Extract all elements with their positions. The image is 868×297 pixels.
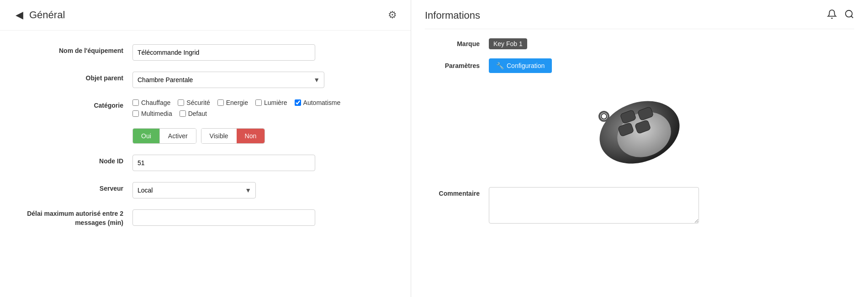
activation-row: Oui Activer Visible Non	[18, 128, 392, 144]
checkbox-automatisme[interactable]: Automatisme	[295, 99, 341, 106]
checkbox-multimedia[interactable]: Multimedia	[132, 110, 172, 117]
commentaire-label: Commentaire	[425, 187, 489, 197]
configuration-button[interactable]: 🔧 Configuration	[489, 58, 552, 73]
categories-wrap: Chauffage Sécurité Energie	[132, 99, 392, 117]
non-button[interactable]: Non	[237, 129, 265, 143]
checkbox-automatisme-label: Automatisme	[303, 99, 341, 106]
checkbox-energie-label: Energie	[226, 99, 248, 106]
right-header: Informations	[425, 9, 854, 29]
serveur-row: Serveur Local Distant ▼	[18, 182, 392, 198]
gear-icon[interactable]: ⚙	[388, 9, 397, 21]
visible-non-group: Visible Non	[201, 128, 265, 144]
checkbox-automatisme-input[interactable]	[295, 99, 301, 106]
nom-input[interactable]	[132, 44, 315, 61]
checkbox-multimedia-input[interactable]	[132, 110, 139, 117]
keyfob-image	[580, 87, 699, 173]
checkbox-chauffage[interactable]: Chauffage	[132, 99, 170, 106]
config-wrench-icon: 🔧	[496, 62, 504, 69]
categorie-label: Catégorie	[18, 99, 132, 109]
categorie-control: Chauffage Sécurité Energie	[132, 99, 392, 117]
checkbox-chauffage-label: Chauffage	[141, 99, 170, 106]
left-header: ◀ Général ⚙	[0, 9, 411, 31]
config-btn-label: Configuration	[507, 62, 545, 69]
categories-row-2: Multimedia Defaut	[132, 110, 392, 117]
checkbox-chauffage-input[interactable]	[132, 99, 139, 106]
form-body: Nom de l'équipement Objet parent Chambre…	[0, 31, 411, 252]
svg-point-9	[601, 114, 607, 119]
checkbox-defaut[interactable]: Defaut	[180, 110, 207, 117]
activer-button[interactable]: Activer	[159, 129, 196, 143]
checkbox-defaut-input[interactable]	[180, 110, 186, 117]
categories-row-1: Chauffage Sécurité Energie	[132, 99, 392, 106]
informations-title: Informations	[425, 10, 480, 21]
visible-button[interactable]: Visible	[201, 129, 237, 143]
delai-control	[132, 209, 392, 226]
serveur-select[interactable]: Local Distant	[132, 182, 256, 198]
checkbox-lumiere[interactable]: Lumière	[255, 99, 287, 106]
marque-badge: Key Fob 1	[489, 38, 527, 49]
node-id-row: Node ID	[18, 155, 392, 171]
objet-select-wrap: Chambre Parentale Salon Cuisine Chambre …	[132, 72, 324, 88]
nom-control	[132, 44, 392, 61]
delai-label-line1: Délai maximum autorisé entre 2	[27, 210, 123, 217]
page-title: ◀ Général	[14, 9, 65, 21]
marque-label: Marque	[425, 40, 489, 47]
svg-line-1	[851, 16, 853, 18]
serveur-label: Serveur	[18, 182, 132, 192]
parametres-label: Paramètres	[425, 62, 489, 69]
node-id-input[interactable]	[132, 155, 315, 171]
delai-input[interactable]	[132, 209, 315, 226]
left-panel: ◀ Général ⚙ Nom de l'équipement Objet pa…	[0, 0, 411, 297]
oui-activer-group: Oui Activer	[132, 128, 196, 144]
oui-button[interactable]: Oui	[133, 129, 159, 143]
buttons-wrap: Oui Activer Visible Non	[132, 128, 392, 144]
back-icon[interactable]: ◀	[14, 10, 25, 21]
delai-row: Délai maximum autorisé entre 2 messages …	[18, 209, 392, 227]
activation-control: Oui Activer Visible Non	[132, 128, 392, 144]
svg-point-0	[846, 10, 852, 17]
objet-control: Chambre Parentale Salon Cuisine Chambre …	[132, 72, 392, 88]
objet-label: Objet parent	[18, 72, 132, 82]
parametres-row: Paramètres 🔧 Configuration	[425, 58, 854, 73]
objet-row: Objet parent Chambre Parentale Salon Cui…	[18, 72, 392, 88]
serveur-control: Local Distant ▼	[132, 182, 392, 198]
activation-label	[18, 128, 132, 131]
checkbox-multimedia-label: Multimedia	[141, 110, 172, 117]
general-title: Général	[29, 9, 65, 21]
nom-row: Nom de l'équipement	[18, 44, 392, 61]
nom-label: Nom de l'équipement	[18, 44, 132, 54]
search-icon[interactable]	[844, 9, 854, 21]
marque-row: Marque Key Fob 1	[425, 38, 854, 49]
checkbox-defaut-label: Defaut	[188, 110, 207, 117]
categorie-row: Catégorie Chauffage Sécurité	[18, 99, 392, 117]
checkbox-lumiere-label: Lumière	[264, 99, 287, 106]
delai-label: Délai maximum autorisé entre 2 messages …	[18, 209, 132, 227]
node-id-label: Node ID	[18, 155, 132, 165]
delai-label-line2: messages (min)	[75, 219, 123, 226]
objet-select[interactable]: Chambre Parentale Salon Cuisine Chambre	[132, 72, 324, 88]
node-id-control	[132, 155, 392, 171]
commentaire-row: Commentaire	[425, 187, 854, 224]
checkbox-securite-input[interactable]	[178, 99, 184, 106]
checkbox-securite[interactable]: Sécurité	[178, 99, 210, 106]
checkbox-lumiere-input[interactable]	[255, 99, 262, 106]
commentaire-textarea[interactable]	[489, 187, 699, 224]
serveur-select-wrap: Local Distant ▼	[132, 182, 256, 198]
checkbox-securite-label: Sécurité	[186, 99, 210, 106]
right-icons	[827, 9, 854, 21]
bell-icon[interactable]	[827, 9, 837, 21]
checkbox-energie-input[interactable]	[217, 99, 224, 106]
device-image	[425, 87, 854, 173]
checkbox-energie[interactable]: Energie	[217, 99, 248, 106]
right-panel: Informations Marque Key Fo	[411, 0, 868, 297]
